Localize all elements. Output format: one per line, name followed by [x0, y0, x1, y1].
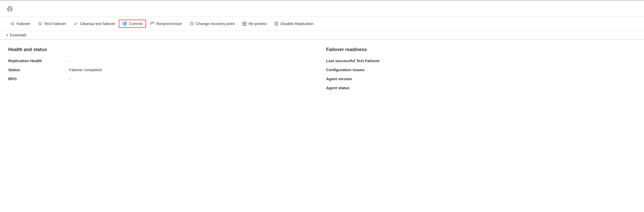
svg-rect-9 — [245, 24, 246, 25]
status-value: Failover completed — [69, 68, 102, 72]
reprotect-icon — [242, 21, 247, 26]
resynchronize-icon — [150, 21, 155, 26]
replication-health-value: - — [69, 59, 70, 63]
essentials-label: Essentials — [10, 33, 27, 37]
change-recovery-point-button[interactable]: Change recovery point — [185, 20, 238, 28]
rpo-label: RPO — [8, 77, 65, 81]
failover-section: Failover readiness Last successful Test … — [326, 47, 636, 90]
failover-readiness-list: Last successful Test Failover Configurat… — [326, 59, 636, 90]
health-section: Health and status Replication Health - S… — [8, 47, 318, 90]
cleanup-test-failover-button[interactable]: Cleanup test failover — [70, 20, 119, 28]
delete-icon — [274, 21, 279, 26]
failover-item-agent-status: Agent status — [326, 86, 636, 90]
replication-health-row: Replication Health - — [8, 59, 318, 63]
svg-point-0 — [12, 23, 13, 24]
toolbar: Failover Test Failover Cleanup test fail… — [0, 17, 644, 31]
rpo-row: RPO - — [8, 77, 318, 81]
failover-item-agent-version: Agent version — [326, 77, 636, 81]
re-protect-button[interactable]: Re-protect — [238, 20, 270, 28]
print-button[interactable] — [6, 5, 13, 12]
failover-readiness-title: Failover readiness — [326, 47, 636, 52]
failover-label: Failover — [16, 21, 30, 26]
svg-point-1 — [40, 23, 40, 24]
commit-label: Commit — [129, 21, 142, 26]
test-failover-icon — [37, 21, 43, 26]
replication-health-label: Replication Health — [8, 59, 65, 63]
failover-item-config-issues: Configuration issues — [326, 68, 636, 72]
rpo-value: - — [69, 77, 70, 81]
resynchronize-label: Resynchronize — [156, 21, 182, 26]
essentials-bar[interactable]: ∨ Essentials — [0, 31, 644, 39]
svg-rect-8 — [243, 24, 244, 25]
failover-button[interactable]: Failover — [6, 20, 34, 28]
commit-button[interactable]: Commit — [119, 20, 146, 28]
cleanup-test-failover-label: Cleanup test failover — [80, 21, 115, 26]
content-area: Health and status Replication Health - S… — [0, 40, 644, 97]
failover-item-last-test: Last successful Test Failover — [326, 59, 636, 63]
health-info-table: Replication Health - Status Failover com… — [8, 59, 318, 81]
essentials-chevron-icon: ∨ — [6, 33, 9, 37]
svg-rect-6 — [243, 22, 244, 23]
test-failover-button[interactable]: Test Failover — [34, 20, 70, 28]
disable-replication-label: Disable Replication — [281, 21, 313, 26]
status-label: Status — [8, 68, 65, 72]
test-failover-label: Test Failover — [44, 21, 66, 26]
header-bar — [0, 1, 644, 17]
svg-rect-4 — [124, 25, 125, 26]
change-recovery-point-label: Change recovery point — [196, 21, 235, 26]
history-icon — [189, 21, 194, 26]
svg-rect-7 — [245, 22, 246, 23]
health-section-title: Health and status — [8, 47, 318, 52]
status-row: Status Failover completed — [8, 68, 318, 72]
commit-icon — [122, 21, 128, 26]
re-protect-label: Re-protect — [249, 21, 267, 26]
failover-icon — [10, 21, 15, 26]
cleanup-icon — [73, 21, 78, 26]
disable-replication-button[interactable]: Disable Replication — [270, 20, 317, 28]
svg-rect-2 — [123, 22, 126, 25]
resynchronize-button[interactable]: Resynchronize — [146, 20, 185, 28]
